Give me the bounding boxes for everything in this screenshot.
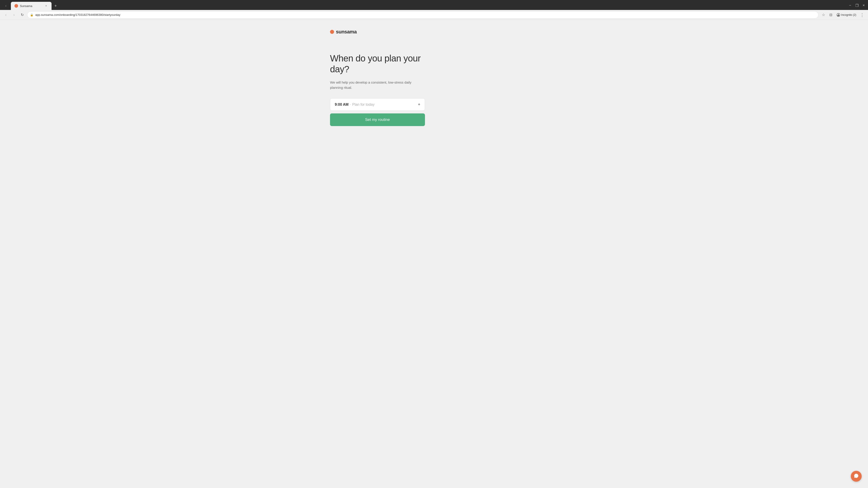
window-controls-right: − ❐ ×	[848, 4, 865, 8]
refresh-button[interactable]: ↻	[19, 12, 25, 18]
sunsama-logo-icon	[330, 30, 334, 34]
maximize-button[interactable]: ❐	[855, 4, 859, 7]
tab-favicon	[14, 4, 18, 8]
logo-area: sunsama	[330, 29, 357, 35]
nav-actions: ☆ ⊟ Incognito (2) ⋮	[820, 12, 865, 18]
logo-text: sunsama	[336, 29, 357, 35]
minimize-button[interactable]: −	[848, 4, 852, 7]
window-controls-left: ‹	[3, 3, 9, 9]
new-tab-button[interactable]: +	[53, 3, 59, 9]
active-tab[interactable]: Sunsama ×	[11, 2, 52, 10]
security-lock-icon: 🔒	[30, 13, 33, 17]
time-label: Plan for today	[352, 103, 375, 107]
page-heading: When do you plan your day?	[330, 53, 425, 74]
main-content: When do you plan your day? We will help …	[330, 53, 425, 126]
svg-point-1	[838, 14, 839, 15]
address-text: app.sunsama.com/onboarding/1703182764469…	[35, 13, 815, 17]
browser-navbar: ‹ › ↻ 🔒 app.sunsama.com/onboarding/17031…	[0, 10, 868, 20]
time-value: 9:00 AM	[335, 103, 348, 107]
page-subtext: We will help you develop a consistent, l…	[330, 80, 425, 90]
time-input-box[interactable]: 9:00 AM · Plan for today ⌖	[330, 98, 425, 111]
cursor-icon: ⌖	[418, 102, 420, 107]
browser-chrome: ‹ Sunsama × + − ❐ × ‹ › ↻ 🔒 app.sunsama.…	[0, 0, 868, 20]
browser-menu-button[interactable]: ⋮	[859, 12, 865, 18]
set-routine-button[interactable]: Set my routine	[330, 113, 425, 126]
incognito-label: Incognito (2)	[841, 13, 856, 17]
forward-button[interactable]: ›	[11, 12, 17, 18]
page-content: sunsama When do you plan your day? We wi…	[0, 20, 868, 488]
chat-widget-icon	[854, 473, 859, 480]
bookmark-button[interactable]: ☆	[820, 12, 827, 18]
incognito-button[interactable]: Incognito (2)	[835, 12, 858, 18]
tab-close-button[interactable]: ×	[44, 4, 48, 8]
tab-bar: Sunsama × +	[11, 2, 848, 10]
time-separator: ·	[350, 103, 351, 107]
back-button[interactable]: ‹	[3, 12, 9, 18]
browser-title-bar: ‹ Sunsama × + − ❐ ×	[0, 0, 868, 10]
tab-title: Sunsama	[20, 4, 42, 8]
chat-widget-button[interactable]	[851, 471, 862, 482]
address-bar[interactable]: 🔒 app.sunsama.com/onboarding/17031827644…	[27, 11, 818, 19]
sidebar-button[interactable]: ⊟	[828, 12, 834, 18]
incognito-icon	[837, 13, 840, 17]
close-button[interactable]: ×	[862, 4, 865, 7]
tab-group-collapse[interactable]: ‹	[3, 3, 9, 9]
time-input-content: 9:00 AM · Plan for today	[335, 103, 375, 107]
page-inner: sunsama When do you plan your day? We wi…	[326, 20, 542, 135]
